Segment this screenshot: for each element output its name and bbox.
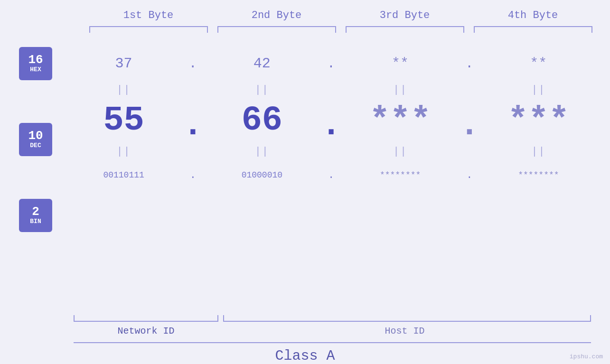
dec-dot3: . [458,99,481,142]
bin-b4-cell: ******** [481,170,596,180]
hex-dot3: . [458,56,481,71]
dec-b4-cell: *** [481,101,596,140]
bin-dot3: . [458,169,481,181]
eq1-b2: || [205,84,319,96]
bottom-section: Network ID Host ID Class A [0,315,610,364]
equals-row-2: || || || || [66,142,610,161]
eq2-b1: || [66,146,181,158]
hex-badge: 16 HEX [19,47,52,80]
byte2-header: 2nd Byte [213,9,341,21]
hex-b1-cell: 37 [66,56,181,72]
eq2-b2: || [205,146,319,158]
bracket-byte3 [346,26,464,33]
eq1-b3: || [343,84,458,96]
dec-b2-value: 66 [242,101,282,140]
byte1-header: 1st Byte [84,9,213,21]
bin-row: 00110111 . 01000010 . ******** . [66,161,610,189]
hex-b1-value: 37 [115,56,132,72]
hex-b4-cell: ** [481,56,596,72]
hex-label: HEX [30,66,41,74]
bin-b1-value: 00110111 [103,170,144,180]
byte-headers-row: 1st Byte 2nd Byte 3rd Byte 4th Byte [84,9,597,21]
bin-badge: 2 BIN [19,199,52,232]
bracket-byte1 [89,26,208,33]
hex-b2-value: 42 [253,56,271,72]
main-container: 1st Byte 2nd Byte 3rd Byte 4th Byte 16 H… [0,0,610,364]
hex-b4-value: ** [530,56,547,72]
hex-b2-cell: 42 [205,56,319,72]
hex-b3-cell: ** [343,56,458,72]
class-bar [74,342,591,343]
bottom-brackets [74,315,591,322]
hex-b3-value: ** [392,56,409,72]
dec-b1-cell: 55 [66,101,181,140]
byte3-header: 3rd Byte [341,9,469,21]
eq2-b4: || [481,146,596,158]
eq1-b1: || [66,84,181,96]
base-labels: 16 HEX 10 DEC 2 BIN [0,37,66,313]
dec-b3-cell: *** [343,101,458,140]
hex-dot2: . [319,56,343,71]
dec-b3-value: *** [369,101,431,140]
dec-dot2: . [319,99,343,142]
top-brackets [84,26,597,33]
bin-dot2: . [319,169,343,181]
rows-area: 37 . 42 . ** . ** [66,37,610,313]
bin-b3-value: ******** [380,170,421,180]
eq1-b4: || [481,84,596,96]
hex-row: 37 . 42 . ** . ** [66,47,610,80]
bin-label: BIN [30,218,41,225]
hex-dot1: . [181,56,205,71]
dec-dot1: . [181,99,205,142]
dec-row: 55 . 66 . *** . *** [66,99,610,142]
bin-b3-cell: ******** [343,170,458,180]
dec-b4-value: *** [508,101,570,140]
eq2-b3: || [343,146,458,158]
byte4-header: 4th Byte [469,9,597,21]
network-id-bracket [74,315,218,322]
content-area: 16 HEX 10 DEC 2 BIN 37 . [0,37,610,313]
bottom-labels: Network ID Host ID [74,326,591,336]
dec-label: DEC [30,142,41,149]
bin-b4-value: ******** [518,170,559,180]
bin-b1-cell: 00110111 [66,170,181,180]
network-id-label: Network ID [74,326,218,336]
bracket-byte2 [217,26,336,33]
dec-number: 10 [28,130,43,142]
host-id-label: Host ID [218,326,591,336]
host-id-bracket [223,315,591,322]
bracket-byte4 [474,26,592,33]
bin-number: 2 [32,205,39,218]
class-a-label: Class A [0,348,610,364]
hex-number: 16 [28,54,43,66]
watermark: ipshu.com [570,353,603,360]
dec-b1-value: 55 [103,101,144,140]
bin-b2-cell: 01000010 [205,170,319,180]
dec-badge: 10 DEC [19,123,52,156]
equals-row-1: || || || || [66,80,610,99]
bin-dot1: . [181,169,205,181]
dec-b2-cell: 66 [205,101,319,140]
bin-b2-value: 01000010 [242,170,282,180]
